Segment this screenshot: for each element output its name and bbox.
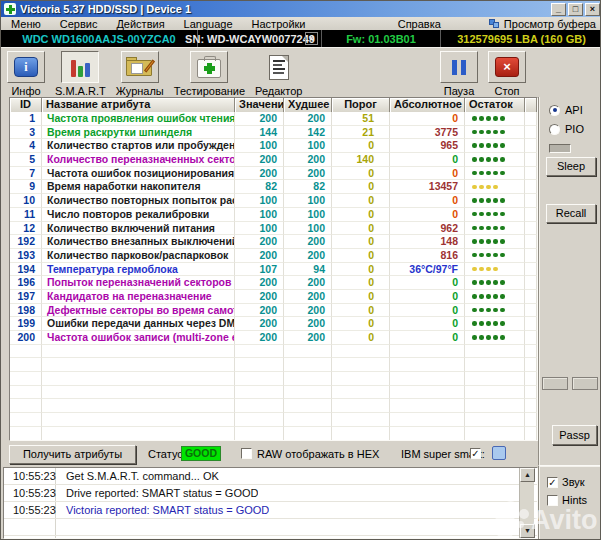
cell-attribute-name: Количество парковок/распарковок bbox=[42, 249, 235, 263]
table-row-empty bbox=[10, 413, 537, 427]
table-row[interactable]: 11Число повторов рекалибровки10010000 bbox=[10, 208, 537, 222]
cell-worst: 200 bbox=[284, 235, 332, 249]
raw-hex-checkbox[interactable] bbox=[241, 448, 252, 459]
table-row[interactable]: 200Частота ошибок записи (multi-zone err… bbox=[10, 331, 537, 345]
log-scrollbar[interactable]: ▲ ▼ bbox=[519, 468, 534, 538]
maximize-button[interactable]: □ bbox=[568, 3, 583, 16]
info-button[interactable]: i bbox=[7, 51, 45, 83]
cell-filler bbox=[525, 112, 537, 126]
ibm-super-smart-checkbox[interactable]: ✓ bbox=[470, 448, 481, 459]
column-header-name[interactable]: Название атрибута bbox=[42, 98, 235, 112]
column-header-raw[interactable]: Абсолютное bbox=[390, 98, 465, 112]
cell-raw: 0 bbox=[390, 153, 465, 167]
stop-button-label: Стоп bbox=[495, 85, 520, 97]
app-icon bbox=[4, 3, 16, 15]
table-row[interactable]: 199Ошибки передачи данных через DMA20020… bbox=[10, 317, 537, 331]
passport-button[interactable]: Passp bbox=[552, 425, 597, 445]
stop-button[interactable]: × bbox=[488, 51, 526, 83]
scroll-down-icon[interactable]: ▼ bbox=[520, 524, 535, 538]
cell-worst: 200 bbox=[284, 167, 332, 181]
table-row-empty bbox=[10, 358, 537, 372]
menu-item-help[interactable]: Справка bbox=[398, 18, 441, 30]
table-row[interactable]: 7Частота ошибок позиционирования20020000 bbox=[10, 167, 537, 181]
close-button[interactable]: × bbox=[585, 3, 600, 16]
pio-radio[interactable] bbox=[549, 124, 560, 135]
cell-attribute-name: Попыток переназначений секторов bbox=[42, 276, 235, 290]
health-dot bbox=[479, 321, 484, 326]
api-radio[interactable] bbox=[549, 105, 560, 116]
testing-button[interactable] bbox=[190, 51, 228, 83]
small-button-2[interactable] bbox=[572, 377, 598, 390]
smart-attributes-table: ID Название атрибута Значение Худшее Пор… bbox=[9, 97, 538, 441]
column-header-worst[interactable]: Худшее bbox=[284, 98, 332, 112]
cell-worst: 100 bbox=[284, 222, 332, 236]
buffer-icon bbox=[489, 19, 499, 29]
pause-button[interactable] bbox=[440, 51, 478, 83]
cell-remaining-dots bbox=[465, 290, 525, 304]
minimize-button[interactable]: _ bbox=[551, 3, 566, 16]
cell-worst: 200 bbox=[284, 153, 332, 167]
log-row[interactable]: 10:55:23Victoria reported: SMART status … bbox=[4, 502, 537, 519]
hints-checkbox[interactable] bbox=[547, 495, 558, 506]
menu-item-language[interactable]: Language bbox=[184, 18, 233, 30]
health-dot bbox=[479, 171, 484, 176]
log-row[interactable]: 10:55:23Get S.M.A.R.T. command... OK bbox=[4, 468, 537, 485]
cell-threshold: 0 bbox=[332, 208, 390, 222]
menu-item-buffer-view[interactable]: Просмотр буфера bbox=[504, 18, 596, 30]
recall-button[interactable]: Recall bbox=[546, 204, 596, 223]
table-row[interactable]: 10Количество повторных попыток раскрутки… bbox=[10, 194, 537, 208]
health-dot bbox=[479, 294, 484, 299]
cell-remaining-dots bbox=[465, 208, 525, 222]
drive-bar-close-button[interactable]: x bbox=[305, 32, 318, 45]
table-row-empty bbox=[10, 399, 537, 413]
cell-empty bbox=[465, 413, 525, 427]
table-row[interactable]: 194Температура гермоблока10794036°C/97°F bbox=[10, 263, 537, 277]
table-row[interactable]: 9Время наработки накопителя8282013457 bbox=[10, 180, 537, 194]
menu-item-actions[interactable]: Действия bbox=[116, 18, 164, 30]
log-row[interactable]: 10:55:23Drive reported: SMART status = G… bbox=[4, 485, 537, 502]
table-row[interactable]: 198Дефектные секторы во время самотеста2… bbox=[10, 304, 537, 318]
menu-bar: Меню Сервис Действия Language Настройки … bbox=[1, 17, 601, 30]
sleep-button[interactable]: Sleep bbox=[546, 157, 596, 176]
log-message: Victoria reported: SMART status = GOOD bbox=[56, 502, 269, 518]
cell-threshold: 0 bbox=[332, 222, 390, 236]
column-header-threshold[interactable]: Порог bbox=[332, 98, 390, 112]
log-panel: 10:55:23Get S.M.A.R.T. command... OK10:5… bbox=[3, 467, 538, 539]
journals-button[interactable] bbox=[121, 51, 159, 83]
health-dot bbox=[493, 198, 498, 203]
table-row[interactable]: 193Количество парковок/распарковок200200… bbox=[10, 249, 537, 263]
get-smart-button[interactable]: Получить атрибуты SMART bbox=[9, 445, 136, 464]
cell-remaining-dots bbox=[465, 180, 525, 194]
smart-button[interactable] bbox=[61, 51, 99, 83]
cell-threshold: 0 bbox=[332, 304, 390, 318]
column-header-filler bbox=[525, 98, 537, 112]
cell-empty bbox=[465, 399, 525, 413]
health-dot bbox=[486, 267, 491, 272]
table-row[interactable]: 3Время раскрутки шпинделя144142213775 bbox=[10, 126, 537, 140]
column-header-remaining[interactable]: Остаток bbox=[465, 98, 525, 112]
sound-checkbox[interactable]: ✓ bbox=[547, 477, 558, 488]
table-body: 1Частота проявления ошибок чтения2002005… bbox=[10, 112, 537, 441]
cell-id: 196 bbox=[10, 276, 42, 290]
column-header-value[interactable]: Значение bbox=[235, 98, 284, 112]
table-row[interactable]: 196Попыток переназначений секторов200200… bbox=[10, 276, 537, 290]
window-title: Victoria 5.37 HDD/SSD | Device 1 bbox=[20, 3, 191, 15]
health-dot bbox=[493, 280, 498, 285]
table-row[interactable]: 12Количество включений питания1001000962 bbox=[10, 222, 537, 236]
table-row[interactable]: 1Частота проявления ошибок чтения2002005… bbox=[10, 112, 537, 126]
menu-item-service[interactable]: Сервис bbox=[60, 18, 98, 30]
table-row[interactable]: 192Количество внезапных выключений питан… bbox=[10, 235, 537, 249]
table-row[interactable]: 5Количество переназначенных секторов2002… bbox=[10, 153, 537, 167]
cell-empty bbox=[465, 358, 525, 372]
editor-button[interactable] bbox=[260, 51, 298, 83]
column-header-id[interactable]: ID bbox=[10, 98, 42, 112]
table-row[interactable]: 197Кандидатов на переназначение20020000 bbox=[10, 290, 537, 304]
table-row[interactable]: 4Количество стартов или пробуждений10010… bbox=[10, 139, 537, 153]
health-dot bbox=[472, 226, 477, 231]
cell-id: 3 bbox=[10, 126, 42, 140]
menu-item-settings[interactable]: Настройки bbox=[252, 18, 306, 30]
menu-item-menu[interactable]: Меню bbox=[11, 18, 41, 30]
scroll-up-icon[interactable]: ▲ bbox=[520, 468, 535, 482]
small-button-1[interactable] bbox=[542, 377, 568, 390]
cell-filler bbox=[525, 167, 537, 181]
